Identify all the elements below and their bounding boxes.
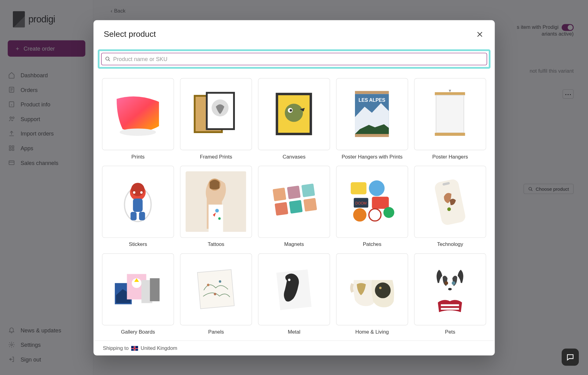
svg-rect-41	[302, 184, 315, 197]
search-icon	[105, 56, 111, 62]
product-card-poster-hangers-prints[interactable]: LES ALPES Poster Hangers with Prints	[336, 78, 408, 160]
product-label: Stickers	[129, 241, 147, 247]
product-card-metal[interactable]: Metal	[258, 253, 330, 335]
product-card-prints[interactable]: Prints	[102, 78, 174, 160]
svg-point-67	[375, 283, 391, 298]
product-thumb	[102, 253, 174, 325]
select-product-modal: Select product Pr	[93, 20, 495, 355]
svg-rect-32	[139, 212, 145, 221]
product-card-canvases[interactable]: Canvases	[258, 78, 330, 160]
product-label: Canvases	[283, 154, 306, 160]
product-card-gallery-boards[interactable]: Gallery Boards	[102, 253, 174, 335]
product-label: Tattoos	[208, 241, 224, 247]
product-label: Framed Prints	[200, 154, 232, 160]
product-label: Patches	[363, 241, 382, 247]
svg-rect-39	[273, 188, 287, 201]
product-label: Poster Hangers with Prints	[342, 154, 403, 160]
product-label: Pets	[445, 329, 455, 335]
product-thumb	[258, 166, 330, 238]
svg-rect-75	[441, 308, 459, 310]
chat-button[interactable]	[562, 349, 579, 366]
svg-rect-60	[150, 278, 160, 301]
svg-rect-25	[436, 95, 464, 133]
svg-text:LES ALPES: LES ALPES	[359, 98, 386, 103]
product-thumb	[258, 253, 330, 325]
search-highlight	[98, 49, 490, 69]
svg-point-72	[452, 281, 456, 285]
product-card-pets[interactable]: Pets	[414, 253, 486, 335]
product-thumb	[102, 166, 174, 238]
product-card-framed-prints[interactable]: Framed Prints	[180, 78, 252, 160]
product-label: Gallery Boards	[121, 329, 155, 335]
svg-point-11	[120, 129, 156, 136]
product-card-magnets[interactable]: Magnets	[258, 166, 330, 247]
product-label: Metal	[288, 329, 300, 335]
svg-rect-61	[198, 270, 235, 309]
svg-rect-31	[131, 212, 137, 221]
product-thumb: DOOM	[336, 166, 408, 238]
product-card-panels[interactable]: Panels	[180, 253, 252, 335]
product-label: Home & Living	[356, 329, 389, 335]
modal-footer: Shipping to United Kingdom	[93, 340, 495, 355]
svg-point-38	[219, 217, 221, 220]
product-card-home-living[interactable]: Home & Living	[336, 253, 408, 335]
product-grid: Prints Framed Prints Canvases	[102, 78, 486, 340]
product-thumb	[180, 253, 252, 325]
product-card-poster-hangers[interactable]: Poster Hangers	[414, 78, 486, 160]
product-card-patches[interactable]: DOOM Patches	[336, 166, 408, 247]
svg-point-10	[106, 57, 109, 60]
svg-rect-74	[441, 304, 459, 306]
product-thumb: LES ALPES	[336, 78, 408, 150]
svg-rect-24	[435, 92, 466, 95]
product-label: Magnets	[284, 241, 304, 247]
svg-point-51	[369, 209, 381, 221]
modal-body[interactable]: Prints Framed Prints Canvases	[93, 73, 495, 340]
svg-point-46	[369, 181, 385, 196]
product-thumb	[336, 253, 408, 325]
product-thumb	[180, 78, 252, 150]
svg-rect-23	[355, 134, 389, 137]
search-box[interactable]	[101, 53, 487, 65]
svg-point-73	[448, 288, 452, 291]
svg-rect-44	[303, 198, 317, 212]
close-button[interactable]	[475, 30, 484, 39]
modal-title: Select product	[104, 30, 156, 39]
uk-flag-icon	[131, 346, 138, 350]
search-input[interactable]	[113, 56, 178, 62]
search-section	[93, 45, 495, 73]
svg-point-50	[353, 209, 367, 222]
product-card-tattoos[interactable]: Tattoos	[180, 166, 252, 247]
product-card-technology[interactable]: Technology	[414, 166, 486, 247]
svg-rect-49	[372, 197, 389, 209]
product-label: Panels	[208, 329, 224, 335]
svg-rect-53	[434, 178, 467, 226]
svg-point-70	[439, 272, 461, 297]
product-label: Prints	[131, 154, 145, 160]
svg-point-19	[290, 109, 292, 112]
svg-text:DOOM: DOOM	[356, 201, 367, 206]
svg-rect-43	[289, 200, 303, 214]
chat-icon	[566, 353, 575, 362]
product-thumb	[414, 253, 486, 325]
shipping-country: United Kingdom	[141, 345, 177, 351]
svg-rect-20	[355, 91, 389, 94]
product-thumb	[414, 166, 486, 238]
product-card-stickers[interactable]: Stickers	[102, 166, 174, 247]
svg-point-37	[216, 209, 219, 213]
svg-rect-45	[351, 182, 367, 195]
svg-rect-42	[275, 202, 289, 216]
svg-rect-30	[133, 199, 143, 212]
product-thumb	[258, 78, 330, 150]
product-label: Poster Hangers	[432, 154, 468, 160]
svg-point-68	[379, 287, 382, 289]
svg-point-34	[141, 191, 143, 194]
shipping-label: Shipping to	[103, 345, 129, 351]
modal-header: Select product	[93, 20, 495, 45]
svg-point-52	[384, 207, 395, 218]
svg-rect-40	[287, 186, 301, 200]
svg-point-33	[133, 191, 136, 194]
product-thumb	[102, 78, 174, 150]
product-thumb	[414, 78, 486, 150]
product-thumb	[180, 166, 252, 238]
svg-point-71	[445, 281, 448, 285]
